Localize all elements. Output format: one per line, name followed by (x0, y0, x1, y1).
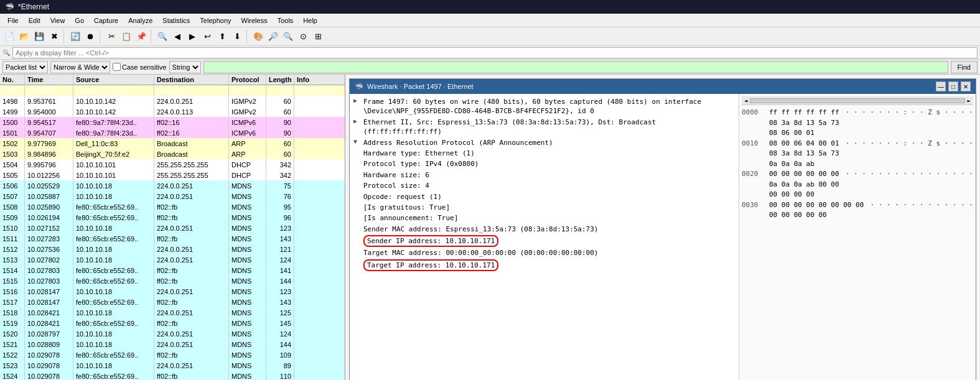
case-sensitive-label: Case sensitive (113, 63, 167, 71)
case-sensitive-checkbox[interactable] (113, 63, 121, 71)
toolbar-paste-btn[interactable]: 📌 (134, 30, 148, 44)
table-row[interactable]: 1522 10.029078 fe80::65cb:e552:69.. ff02… (0, 350, 345, 360)
toolbar-close-btn[interactable]: ✖ (47, 30, 61, 44)
minimize-button[interactable]: — (936, 81, 946, 91)
find-button[interactable]: Find (951, 61, 978, 73)
toolbar-find-btn[interactable]: 🔍 (156, 30, 169, 44)
cell-info (294, 364, 345, 367)
toolbar-fwd-btn[interactable]: ▶ (185, 30, 199, 44)
tree-item-arp[interactable]: ▼ Address Resolution Protocol (ARP Annou… (352, 137, 736, 148)
cell-dest: ff02::16 (154, 118, 229, 127)
filter-value-input[interactable]: 10.10.10.171 (203, 61, 948, 73)
cell-dest: ff02::fb (154, 202, 229, 212)
toolbar-back-btn[interactable]: ◀ (170, 30, 184, 44)
table-row[interactable]: 1511 10.027283 fe80::65cb:e552:69.. ff02… (0, 233, 345, 244)
toolbar-save-btn[interactable]: 💾 (32, 30, 46, 44)
tree-item-frame[interactable]: ▶ Frame 1497: 60 bytes on wire (480 bits… (352, 96, 736, 117)
table-row[interactable]: 1517 10.028147 fe80::65cb:e552:69.. ff02… (0, 297, 345, 307)
tree-child-item[interactable]: Protocol type: IPv4 (0x0800) (362, 159, 736, 169)
table-row[interactable]: 1502 9.977969 Dell_11:0c:83 Broadcast AR… (0, 138, 345, 149)
table-row[interactable]: 1521 10.028809 10.10.10.18 224.0.0.251 M… (0, 339, 345, 350)
string-type-select[interactable]: String (169, 61, 201, 73)
cell-time: 10.027803 (25, 266, 73, 276)
cell-time: 10.029078 (25, 350, 73, 360)
table-row[interactable]: 1510 10.027152 10.10.10.18 224.0.0.251 M… (0, 223, 345, 233)
table-row[interactable]: 1507 10.025887 10.10.10.18 224.0.0.251 M… (0, 191, 345, 202)
menu-telephony[interactable]: Telephony (195, 16, 236, 25)
tree-child-label: Opcode: request (1) (363, 192, 735, 202)
menu-statistics[interactable]: Statistics (157, 16, 195, 25)
table-row[interactable]: 1497 9.950430 Espressi_13:5a:73 Broadcas… (0, 85, 345, 96)
packet-list-body[interactable]: 1497 9.950430 Espressi_13:5a:73 Broadcas… (0, 85, 345, 380)
table-row[interactable]: 1514 10.027803 fe80::65cb:e552:69.. ff02… (0, 265, 345, 276)
menu-wireless[interactable]: Wireless (236, 16, 273, 25)
toolbar-new-btn[interactable]: 📄 (2, 30, 16, 44)
menu-go[interactable]: Go (70, 16, 89, 25)
toolbar-cut-btn[interactable]: ✂ (105, 30, 118, 44)
table-row[interactable]: 1523 10.029078 10.10.10.18 224.0.0.251 M… (0, 360, 345, 371)
toolbar-zoom-in-btn[interactable]: 🔎 (266, 30, 280, 44)
packet-list-select[interactable]: Packet list (2, 61, 48, 73)
find-bar: Packet list Narrow & Wide Case sensitive… (0, 60, 980, 75)
name-resolution-select[interactable]: Narrow & Wide (50, 61, 110, 73)
toolbar-colorize-btn[interactable]: 🎨 (251, 30, 265, 44)
table-row[interactable]: 1515 10.027803 fe80::65cb:e552:69.. ff02… (0, 276, 345, 286)
table-row[interactable]: 1505 10.012256 10.10.10.101 255.255.255.… (0, 170, 345, 180)
menu-analyze[interactable]: Analyze (123, 16, 157, 25)
menu-edit[interactable]: Edit (24, 16, 45, 25)
table-row[interactable]: 1513 10.027802 10.10.10.18 224.0.0.251 M… (0, 254, 345, 265)
menu-capture[interactable]: Capture (89, 16, 123, 25)
display-filter-input[interactable] (12, 47, 978, 58)
tree-panel[interactable]: ▶ Frame 1497: 60 bytes on wire (480 bits… (350, 94, 739, 380)
toolbar-zoom-norm-btn[interactable]: ⊙ (296, 30, 310, 44)
menu-help[interactable]: Help (298, 16, 322, 25)
tree-child-item[interactable]: Target IP address: 10.10.10.171 (362, 259, 736, 272)
tree-child-item[interactable]: Hardware size: 6 (362, 170, 736, 180)
tree-item-ethernet[interactable]: ▶ Ethernet II, Src: Espressi_13:5a:73 (0… (352, 117, 736, 137)
tree-child-item[interactable]: Protocol size: 4 (362, 180, 736, 191)
tree-child-item[interactable]: Hardware type: Ethernet (1) (362, 148, 736, 159)
cell-no: 1519 (0, 318, 25, 328)
hex-panel[interactable]: ◄ ► 0000 ff ff ff ff ff ff 08 3a 8d 13 5… (739, 94, 976, 380)
toolbar-reload-btn[interactable]: 🔄 (68, 30, 82, 44)
table-row[interactable]: 1500 9.954517 fe80::9a7:78f4:23d.. ff02:… (0, 117, 345, 127)
tree-child-item[interactable]: [Is announcement: True] (362, 213, 736, 223)
cell-source: 10.10.10.18 (73, 340, 154, 350)
table-row[interactable]: 1512 10.027536 10.10.10.18 224.0.0.251 M… (0, 244, 345, 254)
menu-view[interactable]: View (45, 16, 70, 25)
table-row[interactable]: 1499 9.954000 10.10.10.142 224.0.0.113 I… (0, 106, 345, 117)
table-row[interactable]: 1508 10.025890 fe80::65cb:e552:69.. ff02… (0, 202, 345, 212)
table-row[interactable]: 1519 10.028421 fe80::65cb:e552:69.. ff02… (0, 318, 345, 328)
tree-child-item[interactable]: Sender IP address: 10.10.10.171 (362, 234, 736, 248)
table-row[interactable]: 1518 10.028421 10.10.10.18 224.0.0.251 M… (0, 307, 345, 318)
menu-tools[interactable]: Tools (273, 16, 299, 25)
table-row[interactable]: 1504 9.995796 10.10.10.101 255.255.255.2… (0, 159, 345, 170)
toolbar-resize-btn[interactable]: ⊞ (311, 30, 325, 44)
menu-file[interactable]: File (2, 16, 24, 25)
close-button[interactable]: ✕ (961, 81, 971, 91)
toolbar-bottom-btn[interactable]: ⬇ (230, 30, 244, 44)
table-row[interactable]: 1501 9.954707 fe80::9a7:78f4:23d.. ff02:… (0, 127, 345, 138)
maximize-button[interactable]: □ (948, 81, 958, 91)
table-row[interactable]: 1524 10.029078 fe80::65cb:e552:69.. ff02… (0, 371, 345, 380)
toolbar-top-btn[interactable]: ⬆ (215, 30, 229, 44)
tree-child-item[interactable]: Target MAC address: 00:00:00_00:00:00 (0… (362, 248, 736, 258)
tree-child-item[interactable]: [Is gratuitous: True] (362, 202, 736, 213)
tree-child-item[interactable]: Opcode: request (1) (362, 192, 736, 202)
table-row[interactable]: 1498 9.953761 10.10.10.142 224.0.0.251 I… (0, 96, 345, 106)
toolbar-open-btn[interactable]: 📂 (17, 30, 31, 44)
toolbar-zoom-out-btn[interactable]: 🔍 (281, 30, 295, 44)
toolbar-capture-btn[interactable]: ⏺ (83, 30, 97, 44)
table-row[interactable]: 1509 10.026194 fe80::65cb:e552:69.. ff02… (0, 212, 345, 223)
table-row[interactable]: 1506 10.025529 10.10.10.18 224.0.0.251 M… (0, 180, 345, 191)
table-row[interactable]: 1503 9.984896 BeijingX_70:5f:e2 Broadcas… (0, 149, 345, 159)
tree-child-item[interactable]: Sender MAC address: Espressi_13:5a:73 (0… (362, 224, 736, 234)
table-row[interactable]: 1516 10.028147 10.10.10.18 224.0.0.251 M… (0, 286, 345, 297)
toolbar-goto-btn[interactable]: ↩ (200, 30, 214, 44)
cell-info (294, 354, 345, 356)
hex-panel-scrollbar[interactable]: ◄ ► (742, 96, 973, 105)
toolbar-copy-btn[interactable]: 📋 (119, 30, 133, 44)
table-row[interactable]: 1520 10.028797 10.10.10.18 224.0.0.251 M… (0, 328, 345, 339)
cell-time: 10.027283 (25, 234, 73, 244)
tree-arrow-arp: ▼ (353, 138, 361, 145)
